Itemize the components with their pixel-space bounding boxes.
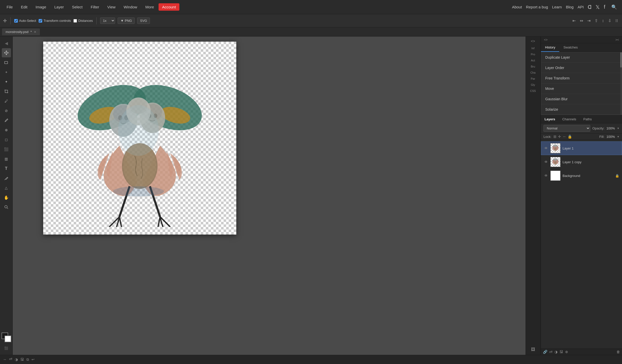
menu-view[interactable]: View xyxy=(104,3,119,11)
layer-style-icon[interactable]: ◑ xyxy=(554,350,557,354)
effects-label[interactable]: eff xyxy=(549,350,552,353)
status-link-icon[interactable]: ↔ xyxy=(3,357,7,362)
history-item-1[interactable]: Layer Order xyxy=(541,63,622,73)
menu-account[interactable]: Account xyxy=(159,3,179,11)
delete-layer-icon[interactable]: 🗑 xyxy=(616,350,620,354)
zoom-select[interactable]: 1x 2x 0.5x xyxy=(100,18,115,24)
menu-about[interactable]: About xyxy=(512,5,522,9)
status-save-icon[interactable]: 🖫 xyxy=(20,357,24,362)
history-scrollbar-thumb[interactable] xyxy=(620,52,622,68)
menu-window[interactable]: Window xyxy=(120,3,141,11)
tool-pen[interactable] xyxy=(2,174,11,183)
export-svg-button[interactable]: SVG xyxy=(137,18,150,24)
menu-file[interactable]: File xyxy=(3,3,16,11)
status-new-icon[interactable]: ⧉ xyxy=(26,357,29,362)
auto-select-check[interactable]: Auto-Select xyxy=(14,19,36,23)
tab-swatches[interactable]: Swatches xyxy=(559,43,582,52)
search-icon[interactable]: 🔍 xyxy=(609,3,619,11)
side-nav-inf[interactable]: Inf xyxy=(531,46,535,51)
tool-gradient[interactable]: ▥ xyxy=(2,154,11,163)
align-top-icon[interactable]: ⇧ xyxy=(594,17,599,24)
transform-controls-checkbox[interactable] xyxy=(39,19,42,23)
tool-shape[interactable]: △ xyxy=(2,183,11,192)
lock-all-icon[interactable]: 🔒 xyxy=(568,135,572,139)
align-center-h-icon[interactable]: ⇔ xyxy=(579,17,584,24)
layer-visibility-layer1[interactable]: 👁 xyxy=(544,146,548,150)
collapse-panel-left-btn[interactable]: <> xyxy=(543,38,549,42)
status-halfcircle-icon[interactable]: ◑ xyxy=(15,357,18,362)
history-item-5[interactable]: Solarize xyxy=(541,104,622,115)
distances-checkbox[interactable] xyxy=(73,19,77,23)
collapse-left-btn[interactable]: ◀ xyxy=(2,39,11,48)
tool-move[interactable] xyxy=(2,48,11,57)
tool-heal[interactable]: ⊘ xyxy=(2,106,11,115)
blend-mode-select[interactable]: Normal Multiply Screen Overlay Darken Li… xyxy=(543,125,590,132)
quick-mask-btn[interactable]: ⬛ xyxy=(2,344,11,353)
tool-crop[interactable] xyxy=(2,87,11,96)
menu-more[interactable]: More xyxy=(142,3,158,11)
tool-magic-wand[interactable]: ✦ xyxy=(2,77,11,86)
fill-dropdown-icon[interactable]: ▼ xyxy=(617,135,619,138)
menu-report-bug[interactable]: Report a bug xyxy=(526,5,548,9)
layer-item-layer1[interactable]: 👁 Layer 1 xyxy=(541,141,622,155)
reddit-icon[interactable]: ᗡ xyxy=(588,4,592,10)
menu-select[interactable]: Select xyxy=(68,3,86,11)
tool-select-rect[interactable] xyxy=(2,58,11,67)
layer-visibility-background[interactable]: 👁 xyxy=(544,174,548,178)
close-tab-icon[interactable]: ✕ xyxy=(34,30,36,34)
side-nav-image-icon[interactable]: 🖼 xyxy=(530,346,536,353)
opacity-dropdown-icon[interactable]: ▼ xyxy=(617,127,619,130)
tool-text[interactable]: T xyxy=(2,164,11,173)
tab-paths[interactable]: Paths xyxy=(580,115,595,123)
tab-layers[interactable]: Layers xyxy=(541,115,559,123)
export-png-button[interactable]: ▼ PNG xyxy=(118,18,135,24)
menu-blog[interactable]: Blog xyxy=(566,5,573,9)
menu-layer[interactable]: Layer xyxy=(51,3,68,11)
layer-item-background[interactable]: 👁 Background 🔒 xyxy=(541,169,622,183)
side-nav-pro[interactable]: Pro xyxy=(530,52,536,57)
transform-controls-check[interactable]: Transform controls xyxy=(39,19,71,23)
distances-check[interactable]: Distances xyxy=(73,19,93,23)
link-icon[interactable]: 🔗 xyxy=(543,350,547,354)
menu-filter[interactable]: Filter xyxy=(87,3,103,11)
lock-position-icon[interactable]: ✛ xyxy=(558,135,561,139)
tool-brush[interactable] xyxy=(2,116,11,125)
twitter-icon[interactable]: 𝕏 xyxy=(596,4,600,10)
tool-zoom[interactable] xyxy=(2,203,11,212)
side-nav-gly[interactable]: Gly xyxy=(530,82,536,87)
layer-item-layer1copy[interactable]: 👁 Layer 1 copy xyxy=(541,155,622,169)
history-item-2[interactable]: Free Transform xyxy=(541,73,622,84)
lock-move-icon[interactable]: ↔ xyxy=(563,135,566,139)
tool-hand[interactable]: ✋ xyxy=(2,193,11,202)
distribute-icon[interactable]: ⁞⁞ xyxy=(614,17,619,24)
menu-edit[interactable]: Edit xyxy=(17,3,31,11)
tool-lasso[interactable]: ⌖ xyxy=(2,68,11,77)
status-eff-icon[interactable]: eff xyxy=(9,357,12,362)
tool-eyedropper[interactable]: 🖊 xyxy=(2,96,11,106)
new-layer-icon[interactable]: ⊕ xyxy=(565,350,568,354)
history-item-0[interactable]: Duplicate Layer xyxy=(541,52,622,63)
align-center-v-icon[interactable]: ↕ xyxy=(601,18,605,24)
tool-fill[interactable]: ⬛ xyxy=(2,145,11,154)
history-item-3[interactable]: Move xyxy=(541,84,622,94)
layer-visibility-layer1copy[interactable]: 👁 xyxy=(544,160,548,164)
tab-channels[interactable]: Channels xyxy=(559,115,580,123)
document-tab[interactable]: monstrosity.psd * ✕ xyxy=(2,28,40,35)
side-nav-par[interactable]: Par xyxy=(530,76,536,81)
auto-select-checkbox[interactable] xyxy=(14,19,18,23)
status-undo-icon[interactable]: ↩ xyxy=(32,357,35,362)
side-nav-bru[interactable]: Bru xyxy=(530,64,536,69)
menu-learn[interactable]: Learn xyxy=(552,5,562,9)
background-color[interactable] xyxy=(5,336,11,342)
facebook-icon[interactable]: f xyxy=(604,4,605,10)
new-group-icon[interactable]: 🖫 xyxy=(559,350,563,354)
align-right-icon[interactable]: ⇥ xyxy=(586,17,592,24)
lock-pixels-icon[interactable]: ⊞ xyxy=(553,135,556,139)
history-item-4[interactable]: Gaussian Blur xyxy=(541,94,622,104)
align-bottom-icon[interactable]: ⇩ xyxy=(607,17,612,24)
tool-clone[interactable]: ⊕ xyxy=(2,125,11,135)
align-left-icon[interactable]: ⇤ xyxy=(571,17,577,24)
side-nav-act[interactable]: Act xyxy=(531,58,536,63)
collapse-left-panel-btn[interactable]: <> xyxy=(530,39,536,44)
side-nav-cha[interactable]: Cha xyxy=(530,70,536,75)
